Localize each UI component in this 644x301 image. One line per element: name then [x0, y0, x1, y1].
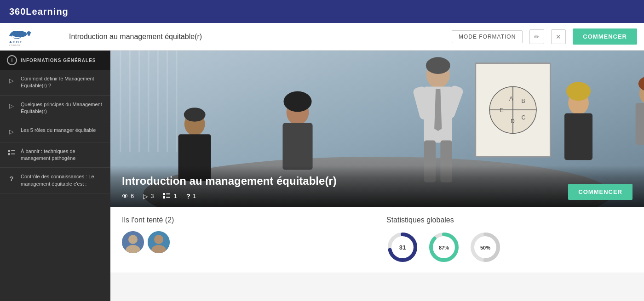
- svg-rect-6: [11, 153, 15, 154]
- svg-point-24: [426, 57, 450, 74]
- svg-point-32: [184, 108, 206, 122]
- content-area: A B C D E: [110, 51, 644, 301]
- quiz-count: 1: [193, 193, 196, 199]
- video-count: 3: [150, 193, 154, 199]
- sidebar-item-text-1: Comment définir le Management Equitable(…: [21, 75, 104, 90]
- stat-circle-3: 50%: [469, 231, 501, 263]
- sidebar-header-label: INFORMATIONS GÉNÉRALES: [21, 58, 96, 63]
- list-icon-hero: [163, 193, 170, 199]
- app-title: 360Learning: [9, 6, 69, 17]
- close-icon: ✕: [556, 33, 561, 40]
- sidebar-item-3[interactable]: ▷ Les 5 rôles du manager équitable: [0, 121, 110, 142]
- close-button[interactable]: ✕: [551, 29, 566, 44]
- svg-text:87%: 87%: [439, 245, 449, 250]
- svg-text:50%: 50%: [480, 245, 490, 250]
- hero-stat-list: 1: [163, 193, 177, 199]
- sidebar-item-2[interactable]: ▷ Quelques principes du Management Équit…: [0, 96, 110, 121]
- top-navbar: 360Learning: [0, 0, 644, 23]
- course-title-header: Introduction au management équitable(r): [69, 33, 445, 41]
- info-icon: i: [7, 55, 17, 65]
- svg-rect-39: [564, 113, 592, 160]
- header-bar: ACDE CONSEIL Introduction au management …: [0, 23, 644, 51]
- video-icon-3: ▷: [7, 127, 16, 136]
- svg-text:E: E: [500, 107, 504, 114]
- hero-stat-views: 👁 6: [122, 193, 134, 200]
- svg-rect-12: [157, 51, 159, 152]
- svg-point-48: [128, 235, 138, 244]
- svg-text:B: B: [521, 98, 525, 104]
- svg-point-38: [566, 82, 591, 101]
- stat-svg-2: 87%: [428, 231, 460, 263]
- stat-circle-2: 87%: [428, 231, 460, 263]
- bottom-right: Statistiques globales 31: [386, 216, 632, 263]
- hero-title: Introduction au management équitable(r): [122, 175, 632, 187]
- sidebar-item-text-4: À bannir : techniques de management path…: [21, 148, 104, 162]
- svg-rect-11: [148, 51, 149, 152]
- svg-text:A: A: [509, 96, 513, 102]
- svg-rect-44: [163, 196, 165, 199]
- svg-point-0: [12, 31, 27, 37]
- hero-container: A B C D E: [110, 51, 644, 207]
- person-avatar-1: [122, 231, 144, 253]
- logo-container: ACDE CONSEIL: [7, 28, 62, 46]
- stat-svg-3: 50%: [469, 231, 501, 263]
- main-layout: i INFORMATIONS GÉNÉRALES ▷ Comment défin…: [0, 51, 644, 301]
- list-count: 1: [173, 193, 177, 199]
- sidebar-item-text-3: Les 5 rôles du manager équitable: [21, 127, 96, 134]
- commencer-top-button[interactable]: COMMENCER: [573, 28, 637, 45]
- svg-rect-10: [138, 51, 140, 152]
- stat-circle-1: 31: [386, 231, 419, 263]
- list-icon: [7, 148, 16, 158]
- avatar-1: [122, 231, 144, 253]
- svg-rect-4: [8, 153, 10, 155]
- sidebar: i INFORMATIONS GÉNÉRALES ▷ Comment défin…: [0, 51, 110, 301]
- sidebar-item-5[interactable]: ? Contrôle des connaissances : Le manage…: [0, 168, 110, 193]
- mode-formation-button[interactable]: MODE FORMATION: [452, 30, 523, 43]
- svg-rect-13: [167, 51, 168, 152]
- views-count: 6: [131, 193, 134, 199]
- edit-icon: ✏: [534, 33, 540, 40]
- bottom-left: Ils l'ont tenté (2): [122, 216, 368, 263]
- svg-point-51: [154, 235, 163, 244]
- svg-rect-5: [11, 150, 15, 151]
- svg-rect-9: [129, 51, 131, 152]
- statistiques-title: Statistiques globales: [386, 216, 632, 224]
- svg-text:31: 31: [399, 244, 406, 251]
- stat-svg-1: 31: [386, 231, 419, 263]
- svg-text:C: C: [521, 114, 525, 121]
- commencer-hero-button[interactable]: COMMENCER: [568, 184, 632, 200]
- svg-rect-42: [636, 103, 644, 145]
- hero-overlay: Introduction au management équitable(r) …: [110, 165, 644, 207]
- video-icon-1: ▷: [7, 76, 16, 85]
- acde-logo: ACDE CONSEIL: [7, 28, 48, 46]
- svg-rect-45: [166, 193, 170, 194]
- sidebar-item-text-5: Contrôle des connaissances : Le manageme…: [21, 173, 104, 187]
- svg-rect-36: [282, 123, 312, 170]
- svg-text:D: D: [511, 118, 515, 125]
- svg-rect-43: [163, 193, 165, 195]
- svg-rect-8: [120, 51, 121, 152]
- avatars-row: [122, 231, 368, 253]
- svg-text:ACDE: ACDE: [9, 40, 23, 44]
- sidebar-item-text-2: Quelques principes du Management Équitab…: [21, 101, 104, 115]
- svg-text:CONSEIL: CONSEIL: [9, 44, 21, 45]
- quiz-icon-hero: ?: [186, 192, 190, 200]
- stats-row: 31 87%: [386, 231, 632, 263]
- avatar-2: [148, 231, 170, 253]
- edit-button[interactable]: ✏: [529, 29, 544, 44]
- video-icon-2: ▷: [7, 102, 16, 111]
- eye-icon: 👁: [122, 193, 128, 200]
- sidebar-header: i INFORMATIONS GÉNÉRALES: [0, 51, 110, 70]
- ils-ont-tente-title: Ils l'ont tenté (2): [122, 216, 368, 224]
- svg-rect-46: [166, 197, 170, 198]
- play-icon: ▷: [143, 193, 148, 200]
- sidebar-item-1[interactable]: ▷ Comment définir le Management Equitabl…: [0, 70, 110, 96]
- svg-rect-14: [176, 51, 177, 152]
- svg-point-35: [283, 91, 311, 112]
- sidebar-item-4[interactable]: À bannir : techniques de management path…: [0, 142, 110, 168]
- bottom-section: Ils l'ont tenté (2): [110, 207, 644, 273]
- person-avatar-2: [148, 231, 170, 253]
- hero-stats: 👁 6 ▷ 3 1: [122, 192, 632, 200]
- hero-stat-videos: ▷ 3: [143, 193, 154, 200]
- svg-rect-3: [8, 150, 10, 152]
